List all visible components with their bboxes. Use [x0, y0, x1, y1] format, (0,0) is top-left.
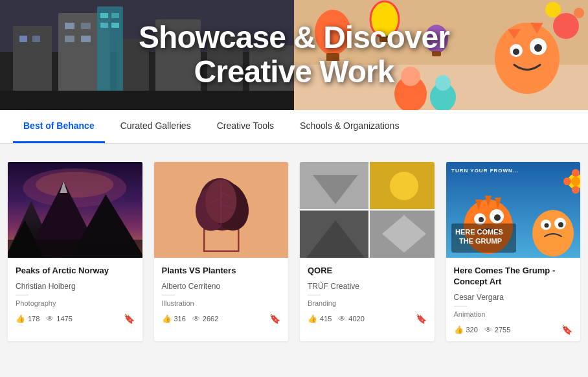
card-qore-title: QORE [308, 266, 427, 277]
grump-likes: 👍 320 [454, 325, 478, 334]
svg-rect-53 [8, 240, 142, 258]
card-grump-author: Cesar Vergara [454, 293, 573, 302]
svg-point-34 [513, 49, 519, 55]
svg-rect-16 [111, 13, 119, 18]
card-image-grump: TURN YOUR FROWN... HERE COMES [446, 162, 581, 258]
card-grump-body: Here Comes The Grump - Concept Art Cesar… [446, 258, 581, 341]
card-qore-divider [308, 295, 321, 295]
svg-point-42 [553, 13, 579, 39]
grump-views: 👁 2755 [484, 325, 510, 334]
qore-likes-count: 415 [320, 315, 332, 323]
svg-point-44 [574, 8, 584, 18]
grump-likes-count: 320 [466, 326, 478, 334]
svg-text:THE GRUMP: THE GRUMP [459, 237, 502, 245]
thumbs-up-icon: 👍 [162, 314, 172, 323]
hero-title-line2: Creative Work [139, 55, 449, 89]
eye-icon: 👁 [46, 314, 54, 323]
arctic-views: 👁 1475 [46, 314, 72, 323]
gallery-section: Peaks of Arctic Norway Christian Hoiberg… [0, 144, 588, 354]
card-qore[interactable]: QORE TRÜF Creative Branding 👍 415 👁 4020… [300, 162, 435, 341]
svg-point-94 [558, 222, 563, 227]
thumbs-up-icon: 👍 [454, 325, 464, 334]
plants-likes-count: 316 [174, 315, 186, 323]
thumbs-up-icon: 👍 [308, 314, 317, 323]
svg-rect-17 [100, 23, 108, 28]
qore-views: 👁 4020 [338, 314, 364, 323]
tab-curated-galleries[interactable]: Curated Galleries [110, 110, 201, 143]
svg-rect-10 [65, 23, 74, 29]
qore-likes: 👍 415 [308, 314, 332, 323]
arctic-likes: 👍 178 [16, 314, 40, 323]
card-arctic-divider [16, 295, 28, 295]
grump-views-count: 2755 [495, 326, 510, 334]
svg-point-96 [572, 169, 580, 177]
card-arctic-title: Peaks of Arctic Norway [16, 266, 135, 277]
svg-rect-11 [81, 23, 91, 29]
svg-point-82 [479, 217, 484, 222]
card-arctic[interactable]: Peaks of Arctic Norway Christian Hoiberg… [8, 162, 142, 341]
card-image-plants [154, 162, 289, 258]
card-plants-category: Illustration [162, 299, 281, 307]
svg-point-100 [571, 177, 580, 186]
arctic-bookmark-icon[interactable]: 🔖 [124, 314, 135, 324]
card-grump-divider [454, 306, 467, 306]
card-qore-body: QORE TRÜF Creative Branding 👍 415 👁 4020… [300, 258, 435, 330]
card-qore-author: TRÜF Creative [308, 282, 427, 291]
hero-title-line1: Showcase & Discover [139, 21, 449, 55]
svg-point-43 [545, 2, 561, 17]
grump-bookmark-icon[interactable]: 🔖 [561, 325, 572, 335]
card-grump[interactable]: TURN YOUR FROWN... HERE COMES [446, 162, 581, 341]
nav-tabs: Best of Behance Curated Galleries Creati… [0, 110, 588, 144]
plants-bookmark-icon[interactable]: 🔖 [269, 314, 280, 324]
svg-rect-18 [111, 23, 119, 28]
eye-icon: 👁 [192, 314, 200, 323]
arctic-views-count: 1475 [56, 315, 72, 323]
card-qore-stats: 👍 415 👁 4020 🔖 [308, 314, 427, 324]
svg-rect-8 [19, 36, 27, 42]
svg-rect-15 [100, 13, 108, 18]
svg-rect-13 [81, 36, 91, 42]
card-arctic-category: Photography [16, 299, 135, 307]
card-plants-stats: 👍 316 👁 2662 🔖 [162, 314, 281, 324]
tab-creative-tools[interactable]: Creative Tools [207, 110, 284, 143]
card-plants[interactable]: Plants VS Planters Alberto Cerriteno Ill… [154, 162, 289, 341]
qore-bookmark-icon[interactable]: 🔖 [416, 314, 427, 324]
card-plants-author: Alberto Cerriteno [162, 282, 281, 291]
svg-text:TURN YOUR FROWN...: TURN YOUR FROWN... [451, 168, 519, 174]
svg-point-93 [544, 223, 548, 228]
qore-views-count: 4020 [348, 315, 364, 323]
plants-views: 👁 2662 [192, 314, 218, 323]
card-plants-divider [162, 295, 175, 295]
card-grump-title: Here Comes The Grump - Concept Art [454, 266, 573, 288]
hero-section: Showcase & Discover Creative Work [0, 0, 588, 110]
hero-text: Showcase & Discover Creative Work [139, 21, 449, 89]
tab-schools-organizations[interactable]: Schools & Organizations [289, 110, 409, 143]
plants-views-count: 2662 [203, 315, 218, 323]
card-arctic-author: Christian Hoiberg [16, 282, 135, 291]
svg-rect-9 [32, 36, 40, 42]
eye-icon: 👁 [484, 325, 492, 334]
card-plants-body: Plants VS Planters Alberto Cerriteno Ill… [154, 258, 289, 330]
svg-point-97 [572, 186, 580, 194]
svg-rect-12 [65, 36, 74, 42]
svg-text:HERE COMES: HERE COMES [455, 228, 503, 236]
card-grump-stats: 👍 320 👁 2755 🔖 [454, 325, 573, 335]
thumbs-up-icon: 👍 [16, 314, 25, 323]
card-image-qore [300, 162, 435, 258]
svg-point-70 [390, 172, 418, 200]
plants-likes: 👍 316 [162, 314, 186, 323]
svg-rect-19 [0, 91, 294, 110]
hero-title: Showcase & Discover Creative Work [139, 21, 449, 89]
gallery-grid: Peaks of Arctic Norway Christian Hoiberg… [8, 162, 580, 341]
svg-point-98 [563, 177, 571, 185]
card-image-arctic [8, 162, 142, 258]
svg-point-35 [534, 44, 542, 52]
svg-point-31 [495, 23, 560, 94]
tab-best-of-behance[interactable]: Best of Behance [13, 110, 105, 143]
card-grump-category: Animation [454, 310, 573, 318]
eye-icon: 👁 [338, 314, 346, 323]
card-arctic-stats: 👍 178 👁 1475 🔖 [16, 314, 135, 324]
card-arctic-body: Peaks of Arctic Norway Christian Hoiberg… [8, 258, 142, 330]
card-qore-category: Branding [308, 299, 427, 307]
arctic-likes-count: 178 [28, 315, 40, 323]
